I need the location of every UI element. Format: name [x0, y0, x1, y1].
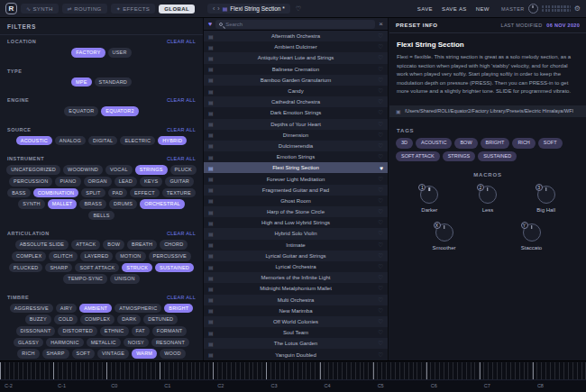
favorite-heart-icon[interactable]: ♡ [375, 219, 383, 226]
clear-all-button[interactable]: CLEAR ALL [167, 156, 196, 161]
macro-knob[interactable]: 1 [420, 186, 438, 204]
favorite-heart-icon[interactable]: ♡ [375, 208, 383, 215]
filter-chip-ethnic[interactable]: ETHNIC [100, 326, 129, 336]
filter-chip-combination[interactable]: COMBINATION [33, 188, 79, 198]
filter-chip-vintage[interactable]: VINTAGE [97, 349, 129, 359]
filter-chip-strings[interactable]: STRINGS [135, 165, 168, 175]
macro-knob[interactable]: X [435, 223, 453, 242]
filter-chip-analog[interactable]: ANALOG [55, 136, 86, 146]
filter-chip-tempo-sync[interactable]: TEMPO-SYNC [63, 274, 107, 284]
tag-chip-strings[interactable]: STRINGS [443, 151, 475, 162]
filter-chip-rich[interactable]: RICH [17, 349, 39, 359]
filter-chip-unison[interactable]: UNISON [110, 274, 140, 284]
preset-row[interactable]: ▤Lyrical Orchestra♡ [204, 261, 388, 272]
prev-preset-icon[interactable]: ‹ [213, 5, 215, 12]
clear-all-button[interactable]: CLEAR ALL [167, 231, 196, 236]
filter-chip-synth[interactable]: SYNTH [18, 199, 45, 209]
filter-chip-sharp[interactable]: SHARP [42, 349, 69, 359]
filter-chip-keys[interactable]: KEYS [140, 177, 162, 187]
filter-chip-vocal[interactable]: VOCAL [105, 165, 133, 175]
preset-row[interactable]: ▤Ambient Dulcimer♡ [204, 41, 388, 52]
tag-chip-bow[interactable]: BOW [454, 138, 477, 149]
favorite-heart-icon[interactable]: ♡ [375, 274, 383, 281]
filter-chip-dissonant[interactable]: DISSONANT [16, 326, 56, 336]
preset-selector[interactable]: ‹ › ▤ Flexi String Section * [207, 4, 290, 14]
filter-chip-acoustic[interactable]: ACOUSTIC [16, 136, 52, 146]
filter-chip-equator[interactable]: EQUATOR [64, 106, 98, 116]
favorite-heart-icon[interactable]: ♡ [375, 66, 383, 73]
preset-row[interactable]: ▤Bamboo Garden Granularium♡ [204, 75, 388, 86]
filter-chip-bow[interactable]: BOW [103, 240, 124, 250]
macro-knob[interactable]: 2 [479, 186, 497, 204]
filter-chip-distorted[interactable]: DISTORTED [58, 326, 96, 336]
filter-chip-bells[interactable]: BELLS [88, 211, 114, 221]
filter-chip-layered[interactable]: LAYERED [80, 251, 114, 261]
preset-row[interactable]: ▤Dulcimerendia♡ [204, 141, 388, 151]
preset-row[interactable]: ▤Forever Light Meditation♡ [204, 173, 388, 184]
filter-chip-bass[interactable]: BASS [7, 188, 30, 198]
filter-chip-absolute-slide[interactable]: ABSOLUTE SLIDE [15, 240, 69, 250]
preset-row[interactable]: ▤Emotion Strings♡ [204, 151, 388, 162]
tab-synth[interactable]: ∿ SYNTH [21, 4, 59, 14]
filter-chip-soft[interactable]: SOFT [72, 349, 95, 359]
favorite-heart-icon[interactable]: ♡ [375, 329, 383, 336]
tag-chip-rich[interactable]: RICH [512, 138, 535, 149]
preset-row[interactable]: ▤High and Low Hybrid Strings♡ [204, 217, 388, 228]
filter-chip-glitch[interactable]: GLITCH [49, 251, 77, 261]
preset-row[interactable]: ▤Ghost Room♡ [204, 196, 388, 206]
save-as-button[interactable]: SAVE AS [439, 5, 470, 14]
filter-chip-percussion[interactable]: PERCUSSION [9, 177, 52, 187]
filter-chip-airy[interactable]: AIRY [56, 304, 78, 314]
preset-row[interactable]: ▤The Lotus Garden♡ [204, 338, 388, 349]
filter-chip-motion[interactable]: MOTION [115, 251, 145, 261]
filter-chip-factory[interactable]: FACTORY [71, 48, 105, 58]
filter-chip-lead[interactable]: LEAD [114, 177, 137, 187]
filter-chip-complex[interactable]: COMPLEX [80, 315, 114, 324]
filter-chip-harmonic[interactable]: HARMONIC [46, 338, 84, 348]
filter-chip-pad[interactable]: PAD [108, 188, 128, 198]
filter-chip-sustained[interactable]: SUSTAINED [155, 263, 194, 273]
favorites-filter-icon[interactable]: ♥ [208, 21, 212, 27]
filter-chip-complex[interactable]: COMPLEX [12, 251, 46, 261]
preset-row[interactable]: ▤Lyrical Guitar and Strings♡ [204, 251, 388, 261]
macro-knob[interactable]: 3 [537, 186, 555, 204]
tag-chip-acoustic[interactable]: ACOUSTIC [416, 138, 452, 149]
filter-chip-split[interactable]: SPLIT [81, 188, 105, 198]
favorite-heart-icon[interactable]: ♡ [375, 252, 383, 260]
favorite-heart-icon[interactable]: ♡ [375, 132, 383, 139]
roli-logo[interactable]: R [5, 3, 17, 14]
preset-row[interactable]: ▤Candy♡ [204, 86, 388, 96]
filter-chip-atmospheric[interactable]: ATMOSPHERIC [114, 304, 161, 314]
filter-chip-warm[interactable]: WARM [132, 349, 157, 359]
preset-row[interactable]: ▤Intimate♡ [204, 240, 388, 251]
filter-chip-sharp[interactable]: SHARP [45, 263, 72, 273]
tag-chip-bright[interactable]: BRIGHT [481, 138, 510, 149]
favorite-heart-icon[interactable]: ♡ [375, 153, 383, 160]
filter-chip-equator2[interactable]: EQUATOR2 [101, 106, 138, 116]
filter-chip-texture[interactable]: TEXTURE [162, 188, 196, 198]
favorite-heart-icon[interactable]: ♡ [375, 54, 383, 61]
preset-row[interactable]: ▤Multi Orchestra♡ [204, 295, 388, 305]
favorite-heart-icon[interactable]: ♡ [375, 32, 383, 40]
filter-chip-plucked[interactable]: PLUCKED [9, 263, 42, 273]
favorite-heart-icon[interactable]: ♡ [375, 263, 383, 270]
filter-chip-hybrid[interactable]: HYBRID [158, 136, 187, 146]
preset-row[interactable]: ▤Flexi String Section♥ [204, 162, 388, 173]
favorite-heart-icon[interactable]: ♡ [375, 307, 383, 315]
filter-chip-pluck[interactable]: PLUCK [170, 165, 197, 175]
filter-chip-attack[interactable]: ATTACK [71, 240, 100, 250]
preset-row[interactable]: ▤Depths of Your Heart♡ [204, 119, 388, 130]
filter-chip-standard[interactable]: STANDARD [95, 77, 132, 87]
filter-chip-chord[interactable]: CHORD [160, 240, 188, 250]
master-knob[interactable] [528, 4, 538, 14]
filter-chip-buzzy[interactable]: BUZZY [25, 315, 51, 324]
settings-gear-icon[interactable]: ⚙ [574, 5, 581, 13]
filter-chip-aggressive[interactable]: AGGRESSIVE [10, 304, 53, 314]
preset-row[interactable]: ▤Off World Colonies♡ [204, 316, 388, 327]
favorite-heart-icon[interactable]: ♡ [375, 351, 383, 359]
filter-chip-fat[interactable]: FAT [132, 326, 150, 336]
filter-chip-metallic[interactable]: METALLIC [87, 338, 121, 348]
favorite-heart-icon[interactable]: ♡ [375, 230, 383, 237]
favorite-heart-icon[interactable]: ♡ [375, 109, 383, 116]
favorite-heart-icon[interactable]: ♡ [375, 318, 383, 325]
